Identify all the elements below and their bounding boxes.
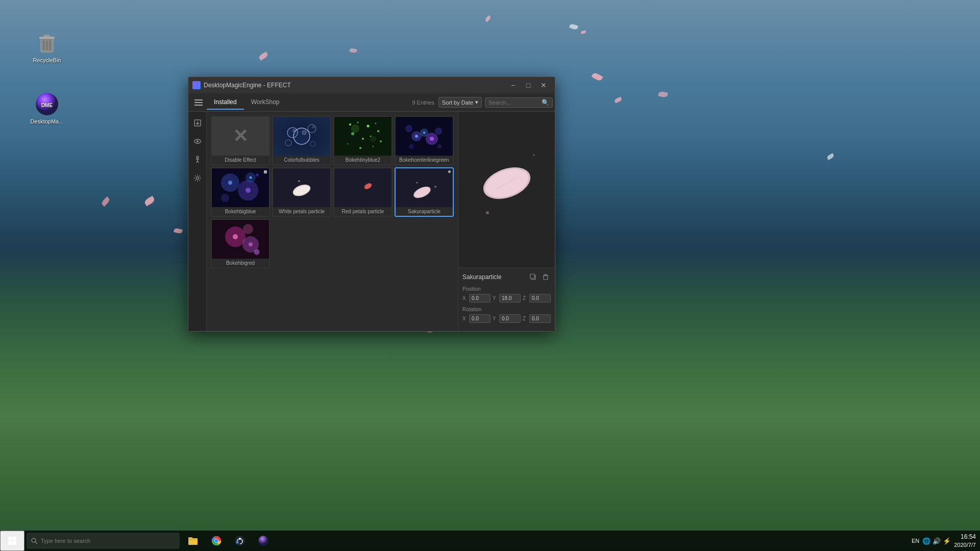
- svg-point-54: [221, 194, 229, 202]
- copy-button[interactable]: [528, 272, 538, 282]
- taskbar-app-fileexplorer[interactable]: [182, 531, 204, 551]
- position-section: Position X Y Z: [462, 286, 551, 303]
- bokehbigblue-thumb: [212, 168, 269, 207]
- svg-point-28: [357, 122, 359, 123]
- position-y-input[interactable]: [499, 294, 521, 303]
- svg-rect-92: [188, 538, 198, 545]
- sakura-indicator: [448, 170, 451, 173]
- close-button[interactable]: ✕: [536, 80, 551, 90]
- volume-icon[interactable]: 🔊: [933, 537, 941, 545]
- import-icon: [193, 119, 202, 127]
- start-button[interactable]: [0, 531, 24, 551]
- chrome-icon: [211, 535, 222, 546]
- effect-item-sakuraparticle[interactable]: Sakuraparticle: [395, 167, 454, 217]
- redpetals-label: Red petals particle: [334, 207, 391, 216]
- svg-text:DME: DME: [41, 103, 53, 108]
- puppet-button[interactable]: [190, 153, 205, 167]
- position-z-input[interactable]: [529, 294, 551, 303]
- clock-time: 16:54: [954, 533, 976, 541]
- disable-x-icon: ✕: [233, 126, 248, 147]
- network-icon[interactable]: 🌐: [922, 537, 930, 545]
- effect-item-bokehbigblue[interactable]: Bokehbigblue: [211, 167, 270, 217]
- svg-point-58: [256, 173, 259, 177]
- taskbar-search[interactable]: Type here to search: [27, 533, 180, 549]
- position-x-input[interactable]: [469, 294, 491, 303]
- svg-point-11: [197, 156, 199, 158]
- whitepetals-svg: [281, 170, 322, 206]
- svg-point-41: [406, 126, 412, 132]
- bokehcenterlinegreen-label: Bokehcenterlinegreen: [396, 156, 453, 164]
- svg-point-98: [239, 538, 241, 540]
- position-z-label: Z: [523, 295, 527, 301]
- search-icon: 🔍: [542, 99, 549, 106]
- effect-item-bokehtinyblue2[interactable]: Bokehtinyblue2: [333, 116, 393, 165]
- power-icon[interactable]: ⚡: [943, 537, 951, 545]
- taskbar-app-desktopmag[interactable]: [252, 531, 275, 551]
- effect-item-colorfulbubbles[interactable]: Colorfulbubbles: [272, 116, 331, 165]
- svg-rect-80: [530, 274, 534, 279]
- rotation-x-input[interactable]: [469, 314, 491, 323]
- svg-point-50: [423, 132, 425, 134]
- menu-line: [194, 99, 203, 101]
- taskbar-app-chrome[interactable]: [205, 531, 228, 551]
- bokehcenterlinegreen-svg: [404, 118, 445, 154]
- desktop-icon-desktopmag[interactable]: DME DesktopMa...: [27, 92, 67, 124]
- svg-point-96: [215, 539, 218, 543]
- svg-point-24: [312, 126, 314, 128]
- minimize-button[interactable]: −: [506, 80, 520, 90]
- desktop-icon-recyclebin[interactable]: RecycleBin: [27, 31, 67, 63]
- settings-button[interactable]: [190, 171, 205, 185]
- redpetals-svg: [342, 170, 383, 206]
- steam-icon: [234, 535, 246, 546]
- svg-point-31: [377, 130, 379, 132]
- taskbar-app-steam[interactable]: [229, 531, 251, 551]
- puppet-icon: [193, 156, 202, 164]
- taskbar-tray: EN 🌐 🔊 ⚡ 16:54 2020/7/7: [912, 533, 980, 549]
- svg-rect-87: [13, 537, 17, 541]
- svg-point-47: [437, 144, 442, 148]
- tray-clock[interactable]: 16:54 2020/7/7: [954, 533, 976, 549]
- svg-point-22: [293, 130, 296, 132]
- effect-grid: ✕ Disable Effect: [211, 116, 454, 268]
- effect-item-bokehbigred[interactable]: Bokehbigred: [211, 219, 270, 268]
- eye-button[interactable]: [190, 134, 205, 148]
- effect-item-bokehcenterlinegreen[interactable]: Bokehcenterlinegreen: [395, 116, 454, 165]
- position-y-label: Y: [493, 295, 497, 301]
- search-input[interactable]: [488, 99, 540, 106]
- bokehcenterlinegreen-thumb: [396, 117, 453, 156]
- effect-item-whitepetals[interactable]: White petals particle: [272, 167, 331, 217]
- toolbar: Installed WorkShop 9 Entries Sort by Dat…: [188, 93, 555, 112]
- svg-point-32: [351, 132, 354, 135]
- svg-point-99: [236, 541, 239, 544]
- preview-canvas: [458, 112, 555, 267]
- effect-item-redpetals[interactable]: Red petals particle: [333, 167, 393, 217]
- rotation-label: Rotation: [462, 307, 551, 312]
- desktop-icon-desktopmag-label: DesktopMa...: [31, 118, 64, 124]
- clock-date: 2020/7/7: [954, 541, 976, 549]
- svg-point-48: [415, 135, 418, 138]
- tab-installed[interactable]: Installed: [207, 95, 244, 110]
- sort-dropdown[interactable]: Sort by Date ▾: [438, 97, 482, 108]
- colorfulbubbles-label: Colorfulbubbles: [273, 156, 330, 164]
- rotation-row: X Y Z: [462, 314, 551, 323]
- window-title: DesktopMagicEngine - EFFECT: [204, 82, 506, 89]
- maximize-button[interactable]: □: [521, 80, 535, 90]
- svg-point-72: [249, 242, 253, 246]
- hamburger-menu-button[interactable]: [190, 94, 207, 111]
- preview-info: Sakuraparticle: [458, 267, 555, 331]
- svg-point-46: [409, 144, 414, 149]
- menu-line: [194, 102, 203, 103]
- svg-point-38: [373, 146, 374, 147]
- effect-item-disable[interactable]: ✕ Disable Effect: [211, 116, 270, 165]
- rotation-z-input[interactable]: [529, 314, 551, 323]
- svg-point-49: [430, 137, 434, 141]
- svg-point-71: [233, 234, 238, 239]
- rotation-y-input[interactable]: [499, 314, 521, 323]
- tab-workshop[interactable]: WorkShop: [244, 95, 287, 110]
- delete-button[interactable]: [541, 272, 551, 282]
- sort-label: Sort by Date: [442, 99, 473, 106]
- bokehtinyblue2-label: Bokehtinyblue2: [334, 156, 391, 164]
- svg-rect-93: [188, 537, 192, 539]
- svg-point-37: [359, 147, 361, 149]
- import-button[interactable]: [190, 116, 205, 130]
